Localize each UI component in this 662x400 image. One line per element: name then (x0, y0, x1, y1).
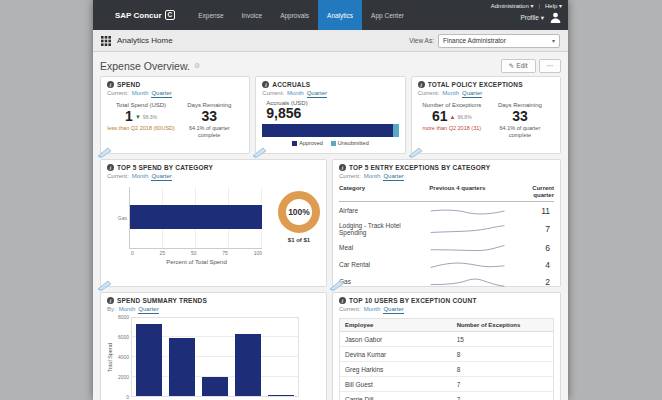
annotation-icon (251, 145, 269, 159)
info-icon[interactable]: i (107, 297, 114, 304)
table-row[interactable]: Airfare 11 (339, 202, 554, 219)
filter-month[interactable]: Month (287, 90, 304, 96)
column-header: Previous 4 quarters (429, 185, 511, 199)
filter-quarter[interactable]: Quarter (151, 173, 171, 181)
nav-item-approvals[interactable]: Approvals (271, 0, 318, 30)
info-icon[interactable]: i (418, 81, 425, 88)
info-icon[interactable]: i (107, 81, 114, 88)
nav-item-invoice[interactable]: Invoice (233, 0, 272, 30)
trend-bar[interactable] (136, 324, 162, 396)
filter-month[interactable]: Month (132, 90, 149, 96)
current-label: Current: (262, 90, 284, 96)
analytics-home-title: Analytics Home (117, 36, 173, 45)
help-menu[interactable]: Help ▾ (545, 2, 562, 9)
table-row[interactable]: Greg Harkins 8 (340, 362, 553, 377)
sparkline (429, 259, 506, 271)
filter-month[interactable]: Month (119, 306, 136, 312)
filter-quarter[interactable]: Quarter (383, 173, 403, 181)
table-row[interactable]: Meal 6 (339, 239, 554, 256)
sparkline (429, 205, 506, 217)
concur-c-badge-icon: C (165, 10, 176, 20)
table-row[interactable]: Devina Kumar 8 (340, 347, 553, 362)
by-label: By: (107, 306, 116, 312)
value-cell: 8 (457, 366, 548, 373)
accruals-value: 9,856 (266, 106, 398, 121)
table-row[interactable]: Gas 2 (339, 273, 554, 290)
view-as-dropdown[interactable]: Finance Administrator ▾ (438, 34, 560, 48)
down-arrow-icon: ▼ (135, 114, 141, 120)
spend-trends-panel: i SPEND SUMMARY TRENDS By:MonthQuarter T… (100, 292, 327, 400)
x-tick: 100 (254, 250, 262, 256)
table-row[interactable]: Bill Guest 7 (340, 377, 553, 392)
employee-cell: Bill Guest (345, 381, 457, 388)
info-icon[interactable]: i (339, 297, 346, 304)
filter-quarter[interactable]: Quarter (307, 90, 327, 98)
top-users-panel: i TOP 10 USERS BY EXCEPTION COUNT Curren… (332, 292, 561, 400)
trend-bar[interactable] (169, 338, 195, 397)
chevron-down-icon: ▾ (559, 3, 562, 9)
category-bar[interactable] (130, 205, 262, 229)
edit-button[interactable]: ✎ Edit (501, 59, 536, 73)
spend-delta-pct: 98.3% (143, 114, 157, 120)
table-row[interactable]: Car Rental 4 (339, 256, 554, 273)
entry-exceptions-panel: i TOP 5 ENTRY EXCEPTIONS BY CATEGORY Cur… (332, 159, 561, 287)
info-icon[interactable]: i (107, 164, 114, 171)
filter-month[interactable]: Month (364, 173, 381, 179)
filter-quarter[interactable]: Quarter (151, 90, 171, 98)
trend-bar[interactable] (268, 395, 294, 396)
sap-concur-logo[interactable]: SAP Concur C (115, 0, 175, 30)
current-label: Current: (107, 90, 129, 96)
current-label: Current: (339, 173, 361, 179)
exceptions-count-value: 61 (432, 109, 448, 124)
trend-bar[interactable] (202, 377, 228, 396)
apps-grid-icon[interactable] (101, 36, 111, 46)
info-icon[interactable]: i (339, 164, 346, 171)
panel-title: TOP 5 ENTRY EXCEPTIONS BY CATEGORY (349, 164, 490, 171)
filter-month[interactable]: Month (132, 173, 149, 179)
profile-menu[interactable]: Profile ▾ (520, 14, 544, 22)
table-row[interactable]: Lodging - Track Hotel Spending 7 (339, 219, 554, 239)
menu-divider: | (538, 3, 540, 9)
filter-quarter[interactable]: Quarter (462, 90, 482, 98)
panel-title: SPEND SUMMARY TRENDS (117, 297, 207, 304)
user-avatar-icon[interactable] (549, 11, 562, 24)
value-cell: 8 (457, 351, 548, 358)
current-label: Current: (339, 306, 361, 312)
value-cell: 7 (457, 396, 548, 400)
current-label: Current: (107, 173, 129, 179)
trend-bar[interactable] (235, 334, 261, 396)
accruals-stacked-bar (262, 124, 398, 137)
days-remaining-value: 33 (201, 109, 217, 124)
unsubmitted-swatch (331, 141, 336, 146)
top-navbar: SAP Concur C Expense Invoice Approvals A… (93, 0, 568, 30)
view-as-value: Finance Administrator (443, 37, 506, 44)
more-options-button[interactable]: ⋯ (539, 59, 562, 73)
info-icon[interactable]: i (262, 81, 269, 88)
employee-cell: Jason Gabor (345, 336, 457, 343)
filter-month[interactable]: Month (364, 306, 381, 312)
value-cell: 4 (511, 260, 554, 270)
filter-quarter[interactable]: Quarter (383, 306, 403, 314)
approved-swatch (292, 141, 297, 146)
filter-month[interactable]: Month (442, 90, 459, 96)
filter-quarter[interactable]: Quarter (138, 306, 158, 314)
dashboard-content: Expense Overview. ⚙ ✎ Edit ⋯ i SPEND (93, 52, 568, 400)
table-row[interactable]: Jason Gabor 15 (340, 332, 553, 347)
gear-icon[interactable]: ⚙ (194, 62, 200, 70)
top-users-table: Employee Number of Exceptions Jason Gabo… (339, 318, 554, 400)
trends-bar-chart: Total Spend 8000 6000 4000 2000 0 (107, 317, 320, 400)
panel-title: SPEND (117, 81, 140, 88)
nav-item-app-center[interactable]: App Center (362, 0, 413, 30)
category-bar-chart: Gas 0 25 50 75 100 Percent of To (115, 187, 262, 265)
y-tick: 0 (113, 394, 129, 400)
nav-item-analytics[interactable]: Analytics (318, 0, 362, 30)
category-cell: Airfare (339, 207, 429, 215)
annotation-icon (328, 278, 346, 292)
exceptions-count-label: Number of Exceptions (418, 102, 486, 108)
table-row[interactable]: Carrie Dill 7 (340, 392, 553, 400)
nav-item-expense[interactable]: Expense (189, 0, 232, 30)
annotation-icon (96, 278, 114, 292)
column-header: Employee (345, 322, 457, 328)
annotation-icon (96, 145, 114, 159)
administration-menu[interactable]: Administration ▾ (491, 2, 534, 9)
